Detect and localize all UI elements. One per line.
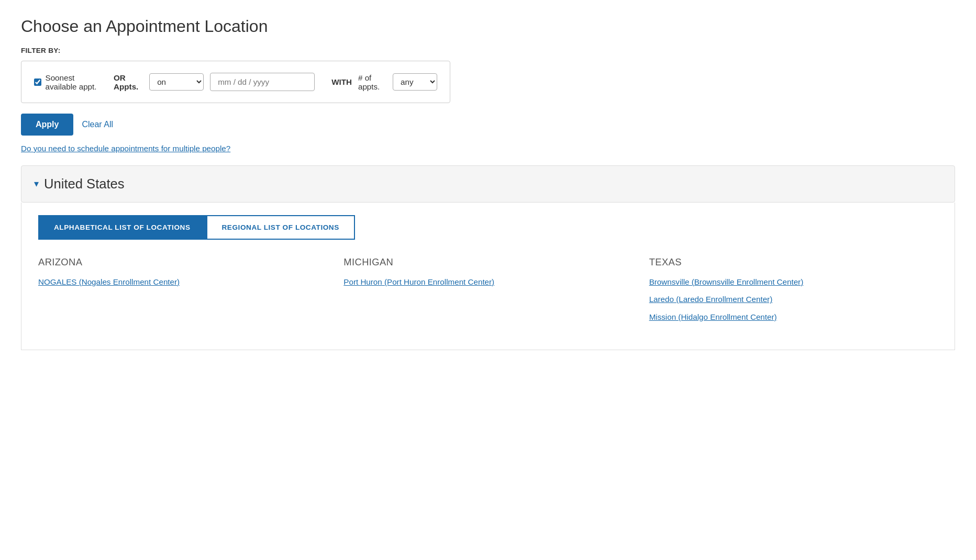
states-grid: ARIZONA NOGALES (Nogales Enrollment Cent… [38, 256, 938, 329]
location-laredo[interactable]: Laredo (Laredo Enrollment Center) [649, 294, 938, 305]
multiple-people-link[interactable]: Do you need to schedule appointments for… [21, 144, 230, 153]
location-brownsville[interactable]: Brownsville (Brownsville Enrollment Cent… [649, 276, 938, 287]
location-mission[interactable]: Mission (Hidalgo Enrollment Center) [649, 311, 938, 322]
page-title: Choose an Appointment Location [21, 17, 955, 36]
locations-container: ALPHABETICAL LIST OF LOCATIONS REGIONAL … [21, 203, 955, 350]
date-input[interactable] [210, 73, 315, 91]
actions-row: Apply Clear All [21, 114, 955, 136]
or-appts-label: OR Appts. [114, 73, 143, 91]
state-name-arizona: ARIZONA [38, 256, 327, 268]
num-appts-select[interactable]: any 1 2 3 4 5 [393, 73, 437, 91]
region-header[interactable]: ▾ United States [34, 176, 942, 192]
apply-button[interactable]: Apply [21, 114, 73, 136]
clear-all-button[interactable]: Clear All [82, 120, 113, 129]
region-section: ▾ United States [21, 165, 955, 203]
soonest-appt-label: Soonest available appt. [46, 73, 108, 91]
filter-box: Soonest available appt. OR Appts. on bef… [21, 61, 450, 103]
location-nogales[interactable]: NOGALES (Nogales Enrollment Center) [38, 276, 327, 287]
state-section-texas: TEXAS Brownsville (Brownsville Enrollmen… [649, 256, 938, 329]
state-section-michigan: MICHIGAN Port Huron (Port Huron Enrollme… [343, 256, 632, 329]
region-title: United States [44, 176, 125, 192]
tabs-row: ALPHABETICAL LIST OF LOCATIONS REGIONAL … [38, 215, 938, 240]
tab-alphabetical[interactable]: ALPHABETICAL LIST OF LOCATIONS [38, 215, 206, 240]
with-label: WITH [331, 77, 352, 86]
state-name-texas: TEXAS [649, 256, 938, 268]
num-appts-label: # of appts. [358, 73, 386, 91]
appts-on-select[interactable]: on before after [149, 73, 204, 91]
state-section-arizona: ARIZONA NOGALES (Nogales Enrollment Cent… [38, 256, 327, 329]
location-port-huron[interactable]: Port Huron (Port Huron Enrollment Center… [343, 276, 632, 287]
state-name-michigan: MICHIGAN [343, 256, 632, 268]
chevron-down-icon: ▾ [34, 178, 39, 189]
tab-regional[interactable]: REGIONAL LIST OF LOCATIONS [206, 215, 355, 240]
filter-label: FILTER BY: [21, 47, 955, 54]
soonest-appt-checkbox[interactable] [34, 77, 41, 87]
